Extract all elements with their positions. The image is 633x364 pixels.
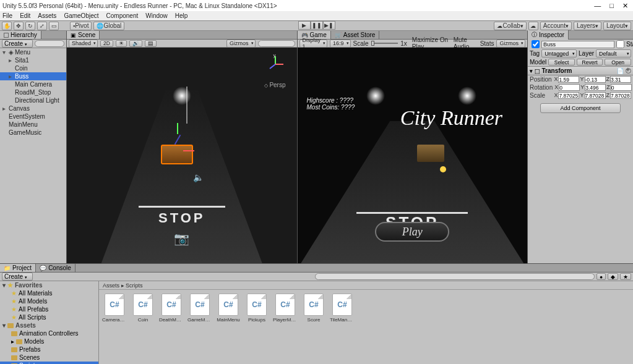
folder-item[interactable]: Prefabs [0, 345, 98, 353]
favorite-item[interactable]: ★ All Scripts [0, 313, 98, 321]
pos-y-input[interactable] [585, 76, 606, 83]
menu-help[interactable]: Help [175, 12, 188, 19]
revert-button[interactable]: Revert [577, 59, 603, 66]
search-filter-1[interactable]: ● [596, 273, 606, 280]
scale-tool-button[interactable]: ⤢ [37, 22, 47, 30]
script-asset[interactable]: C#Score [302, 294, 325, 323]
minimize-button[interactable]: — [594, 2, 601, 10]
scale-slider[interactable] [371, 43, 398, 44]
script-asset[interactable]: C#CameraMot.. [103, 294, 126, 323]
hierarchy-create-dropdown[interactable]: Create ▾ [2, 40, 33, 48]
scene-audio-toggle[interactable]: 🔊 [129, 40, 142, 47]
stats-toggle[interactable]: Stats [480, 40, 494, 47]
rot-y-input[interactable] [585, 84, 606, 91]
rotate-tool-button[interactable]: ↻ [25, 22, 35, 30]
pos-z-input[interactable] [610, 76, 631, 83]
scene-search-input[interactable] [258, 40, 295, 47]
folder-item[interactable]: Scripts [0, 362, 98, 364]
pivot-toggle[interactable]: ▪ Pivot [70, 22, 92, 30]
scene-fx-toggle[interactable]: ▤ [145, 40, 157, 47]
hierarchy-item[interactable]: MainMenu [0, 121, 66, 129]
pause-button[interactable]: ❚❚ [311, 21, 323, 30]
transform-header[interactable]: ▾ ⬚ Transform📄 [528, 66, 633, 75]
script-asset[interactable]: C#DeathMenu [160, 294, 183, 323]
step-button[interactable]: ▶❚ [323, 21, 335, 30]
breadcrumb[interactable]: Assets ▸ Scripts [99, 281, 633, 290]
orientation-gizmo[interactable]: y [266, 55, 285, 74]
scale-x-input[interactable] [558, 92, 579, 99]
script-asset[interactable]: C#GameMusic [188, 294, 212, 323]
game-viewport[interactable]: Highscore : ???? Most Coins: ???? City R… [298, 48, 528, 263]
object-active-checkbox[interactable] [532, 40, 540, 48]
object-name-input[interactable] [541, 41, 614, 48]
hierarchy-item[interactable]: Coin [0, 64, 66, 72]
display-dropdown[interactable]: Display 1 [299, 40, 328, 48]
scene-2d-toggle[interactable]: 2D [100, 40, 113, 47]
asset-store-tab[interactable]: 🛒 Asset Store [331, 31, 380, 39]
menu-assets[interactable]: Assets [38, 12, 56, 19]
menu-window[interactable]: Window [145, 12, 168, 19]
aspect-dropdown[interactable]: 16:9 [330, 40, 351, 48]
close-button[interactable]: ✕ [622, 2, 628, 10]
bus-object[interactable] [161, 145, 193, 164]
script-asset[interactable]: C#PlayerMotor [273, 294, 297, 323]
menu-component[interactable]: Component [106, 12, 139, 19]
tag-dropdown[interactable]: Untagged [541, 49, 577, 57]
scene-tab[interactable]: ▣ Scene [67, 31, 100, 39]
move-tool-button[interactable]: ✥ [14, 22, 24, 30]
favorite-item[interactable]: ★ All Materials [0, 289, 98, 297]
add-component-button[interactable]: Add Component [540, 103, 621, 113]
project-folder-tree[interactable]: ▾ ★ Favorites★ All Materials★ All Models… [0, 281, 99, 364]
gear-icon[interactable] [626, 68, 631, 74]
layer-dropdown[interactable]: Default [596, 49, 631, 57]
game-play-button[interactable]: Play [375, 222, 449, 242]
hierarchy-item[interactable]: Main Camera [0, 80, 66, 88]
hierarchy-tree[interactable]: ▾◈ Menu▸Sita1Coin▸BussMain CameraRoadM_S… [0, 48, 66, 263]
scale-z-input[interactable] [610, 92, 631, 99]
folder-item[interactable]: Animation Controllers [0, 329, 98, 337]
hierarchy-tab[interactable]: Hierarchy [0, 31, 41, 39]
console-tab[interactable]: 💬 Console [36, 264, 75, 272]
select-button[interactable]: Select [548, 59, 575, 66]
project-search-input[interactable] [315, 273, 595, 280]
hierarchy-item[interactable]: RoadM_Stop [0, 88, 66, 96]
scene-light-toggle[interactable]: ☀ [116, 40, 127, 47]
script-asset[interactable]: C#MainMenu [217, 294, 240, 323]
scene-gizmos-dropdown[interactable]: Gizmos [226, 40, 256, 48]
hierarchy-search-input[interactable] [35, 40, 64, 47]
assets-header[interactable]: ▾ Assets [0, 321, 98, 329]
hierarchy-item[interactable]: ▸Sita1 [0, 56, 66, 64]
script-asset[interactable]: C#Pickups [245, 294, 269, 323]
rot-x-input[interactable] [559, 84, 580, 91]
favorite-item[interactable]: ★ All Prefabs [0, 305, 98, 313]
hierarchy-item[interactable]: ▾◈ Menu [0, 48, 66, 56]
hierarchy-item[interactable]: EventSystem [0, 112, 66, 121]
menu-edit[interactable]: Edit [20, 12, 30, 19]
layers-dropdown[interactable]: Layers ▾ [574, 22, 601, 30]
menu-gameobject[interactable]: GameObject [64, 12, 98, 19]
search-filter-2[interactable]: ◆ [608, 273, 618, 280]
folder-item[interactable]: Scenes [0, 353, 98, 362]
hierarchy-item[interactable]: GameMusic [0, 129, 66, 137]
asset-grid[interactable]: C#CameraMot..C#CoinC#DeathMenuC#GameMusi… [99, 290, 633, 364]
account-dropdown[interactable]: Account ▾ [540, 22, 572, 30]
favorite-item[interactable]: ★ All Models [0, 297, 98, 305]
hierarchy-item[interactable]: ▸Canvas [0, 104, 66, 112]
hand-tool-button[interactable]: ✋ [2, 22, 12, 30]
project-tab[interactable]: 📁 Project [0, 264, 36, 272]
scene-shading-dropdown[interactable]: Shaded [69, 40, 98, 48]
project-create-dropdown[interactable]: Create ▾ [2, 273, 33, 281]
menu-file[interactable]: File [2, 12, 12, 19]
search-filter-3[interactable]: ★ [620, 273, 631, 280]
script-asset[interactable]: C#Coin [131, 294, 155, 323]
rot-z-input[interactable] [611, 84, 632, 91]
maximize-button[interactable]: □ [609, 2, 614, 10]
scene-viewport[interactable]: y ◇ Persp 🔈 STOP 📷 [67, 48, 297, 263]
rect-tool-button[interactable]: ▭ [49, 22, 59, 30]
script-asset[interactable]: C#TileManager [330, 294, 354, 323]
collab-dropdown[interactable]: ☁ Collab ▾ [494, 22, 526, 30]
static-checkbox[interactable] [616, 40, 624, 48]
inspector-tab[interactable]: ⓘ Inspector [528, 30, 569, 40]
pos-x-input[interactable] [558, 76, 579, 83]
play-button[interactable]: ▶ [298, 21, 311, 30]
